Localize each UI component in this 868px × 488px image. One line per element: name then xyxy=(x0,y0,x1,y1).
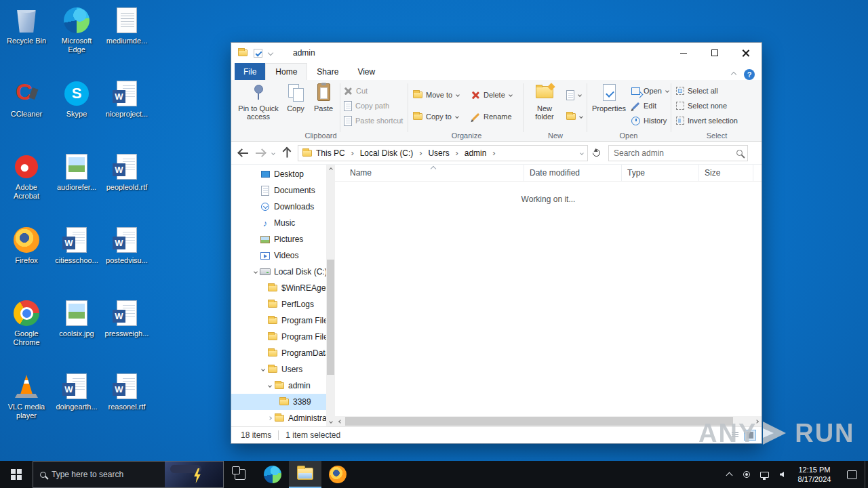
minimize-button[interactable] xyxy=(668,43,699,63)
title-bar[interactable]: admin xyxy=(231,43,762,63)
desktop-icon-niceproject[interactable]: niceproject... xyxy=(102,76,152,149)
task-view-button[interactable] xyxy=(224,461,256,488)
nav-item-administrator[interactable]: Administrat... xyxy=(231,410,326,426)
tray-network-icon[interactable] xyxy=(756,461,772,488)
paste-button[interactable]: Paste xyxy=(310,82,337,136)
desktop-icon-doingearth[interactable]: doingearth... xyxy=(52,369,102,442)
new-item-button[interactable] xyxy=(566,88,581,102)
search-input[interactable] xyxy=(614,148,736,158)
show-desktop-button[interactable] xyxy=(865,461,868,488)
nav-item-videos[interactable]: Videos xyxy=(231,247,326,264)
action-center-button[interactable] xyxy=(839,461,865,488)
breadcrumb-separator-icon[interactable] xyxy=(349,148,356,158)
rename-button[interactable]: Rename xyxy=(471,110,512,123)
tray-volume-icon[interactable] xyxy=(774,461,790,488)
desktop-icon-vlc[interactable]: VLC media player xyxy=(1,369,52,442)
desktop-icon-audiorefer[interactable]: audiorefer... xyxy=(52,149,102,222)
forward-button[interactable] xyxy=(252,145,268,161)
column-header-date-modified[interactable]: Date modified xyxy=(524,165,622,181)
expander-icon[interactable] xyxy=(261,367,265,371)
scrollbar-thumb[interactable] xyxy=(345,417,733,426)
desktop-icon-coolsix[interactable]: coolsix.jpg xyxy=(52,296,102,369)
copy-button[interactable]: Copy xyxy=(283,82,309,136)
nav-item-winreagent[interactable]: $WinREAgent xyxy=(231,280,326,296)
invert-selection-button[interactable]: Invert selection xyxy=(676,114,738,127)
breadcrumb-admin[interactable]: admin xyxy=(465,148,487,158)
desktop-icon-firefox[interactable]: Firefox xyxy=(1,222,52,296)
back-button[interactable] xyxy=(235,145,252,161)
taskbar-edge-button[interactable] xyxy=(256,461,289,488)
select-none-button[interactable]: Select none xyxy=(676,99,727,113)
desktop-icon-reasonel[interactable]: reasonel.rtf xyxy=(102,369,152,442)
breadcrumb-this-pc[interactable]: This PC xyxy=(316,148,345,158)
navpane-scrollbar[interactable] xyxy=(326,165,335,426)
nav-item-documents[interactable]: Documents xyxy=(231,182,326,199)
select-all-button[interactable]: Select all xyxy=(676,84,718,98)
history-button[interactable]: History xyxy=(631,114,667,127)
search-box[interactable] xyxy=(608,145,748,161)
taskbar-search-input[interactable] xyxy=(52,470,159,479)
desktop-icon-citiesschoo[interactable]: citiesschoo... xyxy=(52,222,102,296)
desktop-icon-google-chrome[interactable]: Google Chrome xyxy=(1,296,52,369)
nav-item-local-disk-c[interactable]: Local Disk (C:) xyxy=(231,264,326,280)
tray-user-icon[interactable] xyxy=(738,461,755,488)
nav-item-downloads[interactable]: Downloads xyxy=(231,199,326,215)
properties-button[interactable]: Properties xyxy=(589,82,629,136)
tab-file[interactable]: File xyxy=(235,63,265,80)
copy-to-button[interactable]: Copy to xyxy=(413,110,458,123)
hidden-icons-button[interactable] xyxy=(721,461,737,488)
breadcrumb-users[interactable]: Users xyxy=(428,148,449,158)
chevron-down-icon[interactable] xyxy=(268,50,273,56)
taskbar-clock[interactable]: 12:15 PM 8/17/2024 xyxy=(790,461,839,488)
desktop-icon-recycle-bin[interactable]: Recycle Bin xyxy=(1,3,52,76)
search-highlight-image[interactable] xyxy=(165,462,223,487)
desktop-icon-microsoft-edge[interactable]: Microsoft Edge xyxy=(52,3,102,76)
delete-button[interactable]: Delete xyxy=(471,88,512,102)
cut-button[interactable]: Cut xyxy=(344,84,368,98)
desktop-icon-mediumde[interactable]: mediumde... xyxy=(102,3,152,76)
nav-item-programdata[interactable]: ProgramData xyxy=(231,345,326,361)
desktop-icon-ccleaner[interactable]: CCleaner xyxy=(1,76,52,149)
pin-to-quick-access-button[interactable]: Pin to Quick access xyxy=(237,82,280,136)
column-header-size[interactable]: Size xyxy=(699,165,753,181)
desktop-icon-peopleold[interactable]: peopleold.rtf xyxy=(102,149,152,222)
nav-item-admin[interactable]: admin xyxy=(231,378,326,394)
paste-shortcut-button[interactable]: Paste shortcut xyxy=(344,114,403,127)
start-button[interactable] xyxy=(0,461,33,488)
scroll-left-button[interactable] xyxy=(335,416,345,426)
taskbar-firefox-button[interactable] xyxy=(321,461,354,488)
nav-item-pictures[interactable]: Pictures xyxy=(231,231,326,247)
nav-item-3389[interactable]: 3389 xyxy=(231,394,326,410)
nav-item-desktop[interactable]: Desktop xyxy=(231,166,326,182)
up-button[interactable] xyxy=(279,145,295,161)
tab-view[interactable]: View xyxy=(348,63,384,80)
taskbar-search[interactable] xyxy=(33,461,224,488)
expander-icon[interactable] xyxy=(268,416,272,420)
column-header-name[interactable]: Name xyxy=(335,165,524,181)
scroll-up-button[interactable] xyxy=(326,165,335,174)
edit-button[interactable]: Edit xyxy=(631,99,656,113)
tab-home[interactable]: Home xyxy=(265,63,307,80)
nav-item-program-files[interactable]: Program Files xyxy=(231,312,326,329)
open-button[interactable]: Open xyxy=(631,84,669,98)
desktop-icon-skype[interactable]: Skype xyxy=(52,76,102,149)
desktop-icon-postedvisu[interactable]: postedvisu... xyxy=(102,222,152,296)
breadcrumb-local-disk[interactable]: Local Disk (C:) xyxy=(360,148,414,158)
nav-item-perflogs[interactable]: PerfLogs xyxy=(231,296,326,312)
collapse-ribbon-icon[interactable] xyxy=(731,72,736,77)
help-icon[interactable] xyxy=(744,69,755,80)
properties-check-icon[interactable] xyxy=(254,49,262,58)
column-header-type[interactable]: Type xyxy=(622,165,699,181)
address-dropdown-icon[interactable] xyxy=(580,151,584,155)
breadcrumb-separator-icon[interactable] xyxy=(490,148,497,158)
nav-item-music[interactable]: Music xyxy=(231,215,326,231)
nav-item-program-files-x86[interactable]: Program Files xyxy=(231,329,326,345)
maximize-button[interactable] xyxy=(699,43,730,63)
taskbar-file-explorer-button[interactable] xyxy=(289,461,321,488)
desktop-icon-adobe-acrobat[interactable]: Adobe Acrobat xyxy=(1,149,52,222)
breadcrumb-separator-icon[interactable] xyxy=(417,148,424,158)
refresh-button[interactable] xyxy=(588,145,604,161)
close-button[interactable] xyxy=(730,43,762,63)
desktop-icon-pressweigh[interactable]: pressweigh... xyxy=(102,296,152,369)
move-to-button[interactable]: Move to xyxy=(413,88,459,102)
